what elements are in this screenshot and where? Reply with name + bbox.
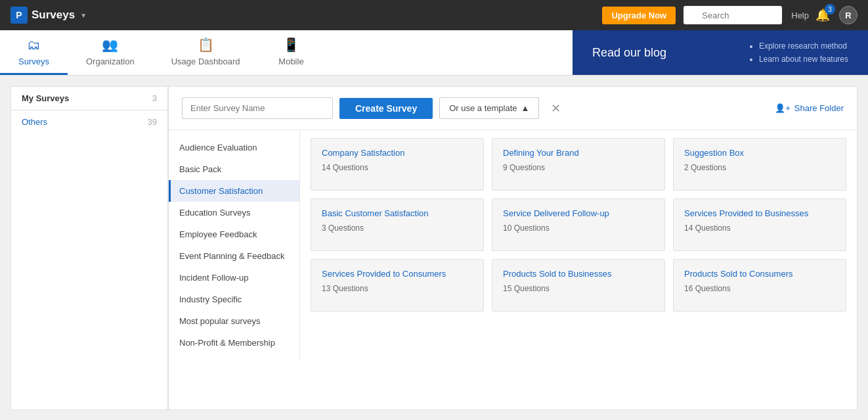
tab-surveys[interactable]: 🗂 Surveys: [0, 30, 68, 75]
search-input[interactable]: [684, 6, 782, 24]
template-card-services-provided-businesses[interactable]: Services Provided to Businesses 14 Quest…: [673, 198, 846, 251]
help-link[interactable]: Help: [791, 11, 809, 20]
category-employee-feedback[interactable]: Employee Feedback: [169, 223, 299, 245]
top-navbar: P Surveys ▼ Upgrade Now 🔍 Help 🔔 3 R: [0, 0, 868, 30]
tab-usage-label: Usage Dashboard: [171, 57, 240, 66]
brand-name: Surveys: [32, 9, 75, 22]
template-questions-company-satisfaction: 14 Questions: [322, 163, 473, 172]
category-customer-satisfaction[interactable]: Customer Satisfaction: [169, 180, 299, 202]
template-title-products-sold-consumers: Products Sold to Consumers: [684, 269, 835, 280]
template-title-basic-customer-satisfaction: Basic Customer Satisfaction: [322, 208, 473, 220]
tab-organization[interactable]: 👥 Organization: [68, 30, 153, 75]
others-label: Others: [22, 117, 47, 127]
category-incident-followup[interactable]: Incident Follow-up: [169, 267, 299, 289]
upgrade-now-button[interactable]: Upgrade Now: [602, 7, 676, 24]
blog-title: Read our blog: [592, 46, 666, 60]
template-title-company-satisfaction: Company Satisfaction: [322, 148, 473, 159]
tab-organization-label: Organization: [86, 57, 135, 66]
main-content: My Surveys 3 Others 39 Create Survey Or …: [0, 76, 868, 420]
template-card-basic-customer-satisfaction[interactable]: Basic Customer Satisfaction 3 Questions: [311, 198, 484, 251]
template-card-service-delivered-followup[interactable]: Service Delivered Follow-up 10 Questions: [492, 198, 665, 251]
usage-tab-icon: 📋: [198, 37, 214, 53]
template-card-suggestion-box[interactable]: Suggestion Box 2 Questions: [673, 138, 846, 191]
blog-banner[interactable]: Read our blog Explore research method Le…: [573, 30, 868, 75]
template-card-products-sold-businesses[interactable]: Products Sold to Businesses 15 Questions: [492, 259, 665, 312]
template-categories: Audience Evaluation Basic Pack Customer …: [169, 130, 300, 360]
category-non-profit[interactable]: Non-Profit & Membership: [169, 332, 299, 354]
template-title-products-sold-businesses: Products Sold to Businesses: [503, 269, 654, 280]
template-card-defining-your-brand[interactable]: Defining Your Brand 9 Questions: [492, 138, 665, 191]
template-questions-services-provided-businesses: 14 Questions: [684, 223, 835, 233]
template-title-services-provided-consumers: Services Provided to Consumers: [322, 269, 473, 280]
template-grid: Company Satisfaction 14 Questions Defini…: [300, 130, 857, 360]
tab-mobile[interactable]: 📱 Mobile: [258, 30, 324, 75]
create-bar: Create Survey Or use a template ▲ ✕ 👤+ S…: [169, 87, 857, 130]
my-surveys-count: 3: [152, 93, 157, 103]
surveys-tab-icon: 🗂: [27, 37, 40, 53]
brand-logo[interactable]: P Surveys ▼: [11, 7, 93, 24]
template-btn-caret-icon: ▲: [521, 103, 530, 113]
template-card-services-provided-consumers[interactable]: Services Provided to Consumers 13 Questi…: [311, 259, 484, 312]
tabs-bar: 🗂 Surveys 👥 Organization 📋 Usage Dashboa…: [0, 30, 868, 76]
left-sidebar: My Surveys 3 Others 39: [11, 86, 168, 410]
create-survey-button[interactable]: Create Survey: [339, 98, 433, 119]
close-template-button[interactable]: ✕: [548, 99, 563, 118]
blog-bullets: Explore research method Learn about new …: [747, 39, 848, 66]
blog-bullet-2: Learn about new features: [759, 53, 848, 66]
template-title-suggestion-box: Suggestion Box: [684, 148, 835, 159]
share-folder-label: Share Folder: [794, 103, 844, 113]
template-questions-services-provided-consumers: 13 Questions: [322, 284, 473, 293]
p-logo-icon: P: [11, 7, 28, 24]
blog-bullet-1: Explore research method: [759, 39, 848, 53]
right-panel: Create Survey Or use a template ▲ ✕ 👤+ S…: [168, 86, 857, 410]
template-card-products-sold-consumers[interactable]: Products Sold to Consumers 16 Questions: [673, 259, 846, 312]
category-industry-specific[interactable]: Industry Specific: [169, 289, 299, 310]
tab-mobile-label: Mobile: [278, 57, 303, 66]
template-title-defining-your-brand: Defining Your Brand: [503, 148, 654, 159]
others-item[interactable]: Others 39: [11, 110, 167, 134]
template-title-service-delivered-followup: Service Delivered Follow-up: [503, 208, 654, 220]
search-wrapper: 🔍: [684, 6, 782, 24]
template-questions-products-sold-businesses: 15 Questions: [503, 284, 654, 293]
tab-usage-dashboard[interactable]: 📋 Usage Dashboard: [153, 30, 259, 75]
brand-caret-icon: ▼: [80, 12, 87, 19]
mobile-tab-icon: 📱: [283, 37, 299, 53]
tab-surveys-label: Surveys: [18, 57, 49, 66]
use-template-button[interactable]: Or use a template ▲: [439, 97, 539, 119]
template-btn-label: Or use a template: [449, 103, 517, 113]
avatar-button[interactable]: R: [839, 6, 857, 24]
template-questions-service-delivered-followup: 10 Questions: [503, 223, 654, 233]
share-folder-button[interactable]: 👤+ Share Folder: [775, 103, 844, 113]
tabs-left: 🗂 Surveys 👥 Organization 📋 Usage Dashboa…: [0, 30, 573, 75]
category-event-planning[interactable]: Event Planning & Feedback: [169, 245, 299, 267]
template-questions-suggestion-box: 2 Questions: [684, 163, 835, 172]
category-basic-pack[interactable]: Basic Pack: [169, 158, 299, 180]
notifications-button[interactable]: 🔔 3: [815, 8, 830, 22]
notification-badge: 3: [825, 4, 835, 14]
template-title-services-provided-businesses: Services Provided to Businesses: [684, 208, 835, 220]
others-count: 39: [148, 117, 157, 127]
category-most-popular[interactable]: Most popular surveys: [169, 310, 299, 332]
template-questions-basic-customer-satisfaction: 3 Questions: [322, 223, 473, 233]
organization-tab-icon: 👥: [102, 37, 118, 53]
template-questions-products-sold-consumers: 16 Questions: [684, 284, 835, 293]
category-education-surveys[interactable]: Education Surveys: [169, 202, 299, 223]
template-questions-defining-your-brand: 9 Questions: [503, 163, 654, 172]
survey-name-input[interactable]: [182, 97, 333, 119]
template-card-company-satisfaction[interactable]: Company Satisfaction 14 Questions: [311, 138, 484, 191]
my-surveys-item[interactable]: My Surveys 3: [11, 87, 167, 110]
template-area: Audience Evaluation Basic Pack Customer …: [169, 130, 857, 373]
my-surveys-label: My Surveys: [22, 93, 69, 103]
share-folder-icon: 👤+: [775, 103, 791, 113]
category-audience-evaluation[interactable]: Audience Evaluation: [169, 137, 299, 158]
